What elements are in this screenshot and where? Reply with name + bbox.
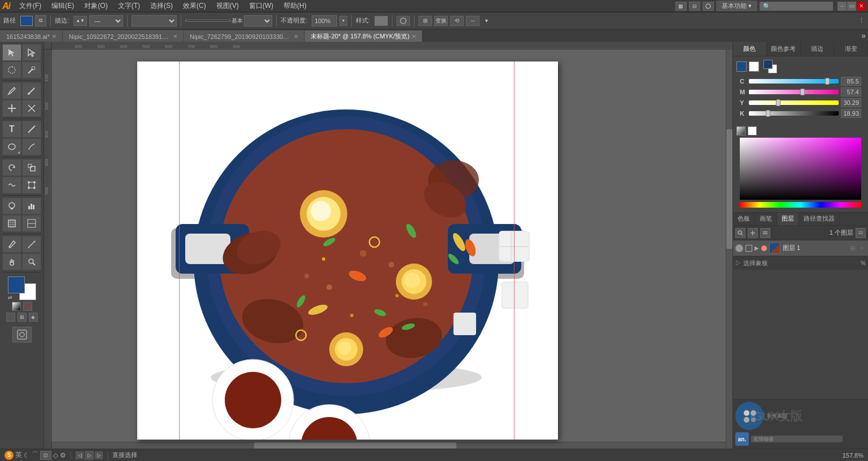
magic-wand-tool[interactable] <box>22 62 41 78</box>
lasso-tool[interactable] <box>2 62 21 78</box>
color-tab[interactable]: 颜色 <box>733 42 767 56</box>
grid-btn[interactable]: ⊞ <box>418 16 432 26</box>
layer-item-1[interactable]: ▶ 图层 1 ○ <box>733 240 868 256</box>
circle-btn[interactable] <box>396 16 410 26</box>
tab-close-4[interactable]: ✕ <box>412 33 416 39</box>
opacity-input[interactable] <box>312 15 337 27</box>
menu-text[interactable]: 文字(T) <box>114 0 145 12</box>
layer-add-icon[interactable] <box>748 228 758 238</box>
selection-tool[interactable] <box>2 44 21 61</box>
tab-4[interactable]: 未标题-20* @ 157.8% (CMYK/预览) ✕ <box>304 30 422 42</box>
stroke-indicator[interactable]: ⧉ <box>35 15 46 27</box>
transform-btn2[interactable]: ⟲ <box>450 16 464 26</box>
gradient-tab[interactable]: 渐变 <box>834 42 868 56</box>
status-artboard-icon[interactable]: ⊡ <box>40 451 51 460</box>
measure-tool[interactable] <box>22 236 41 253</box>
other-fill-icon[interactable]: ◈ <box>29 313 38 322</box>
gradient-fill-icon[interactable] <box>12 302 21 311</box>
layer-lock-icon[interactable] <box>745 245 752 252</box>
menu-window[interactable]: 窗口(W) <box>245 0 278 12</box>
menu-view[interactable]: 视图(V) <box>212 0 243 12</box>
tabs-overflow-arrow[interactable]: » <box>859 31 868 40</box>
color-guide-tab[interactable]: 颜色参考 <box>767 42 801 56</box>
color-gradient-picker[interactable] <box>740 138 861 200</box>
brushes-panel-tab[interactable]: 画笔 <box>755 213 777 225</box>
artboard-tool[interactable] <box>2 215 21 232</box>
menu-help[interactable]: 帮助(H) <box>279 0 311 12</box>
tab-close-1[interactable]: ✕ <box>52 33 56 39</box>
ellipse-tool[interactable] <box>2 138 21 155</box>
line-tool[interactable] <box>22 121 41 138</box>
k-slider-handle[interactable] <box>766 110 770 117</box>
tab-2[interactable]: Nipic_10922672_20200225183916183037.ai* … <box>63 30 184 42</box>
close-button[interactable]: ✕ <box>857 2 866 11</box>
layer-visible-right[interactable] <box>849 244 857 252</box>
layer-expand-arrow[interactable]: ▶ <box>754 245 759 251</box>
pathfinder-panel-tab[interactable]: 路径查找器 <box>799 213 840 225</box>
swatches-panel-tab[interactable]: 色板 <box>733 213 755 225</box>
y-slider-track[interactable] <box>749 100 839 105</box>
calligraphy-tool[interactable] <box>22 82 41 99</box>
direct-selection-tool[interactable] <box>22 44 41 61</box>
scrollbar-horizontal[interactable] <box>52 442 726 449</box>
transform-btn3[interactable]: ↔ <box>466 16 479 26</box>
layer-search-icon[interactable] <box>735 228 745 238</box>
live-paint-tool[interactable] <box>2 197 21 214</box>
transform-label[interactable]: 变换 <box>434 16 448 26</box>
stroke-dropdown[interactable]: — <box>89 15 123 27</box>
scroll-thumb-h[interactable] <box>254 442 456 449</box>
scroll-thumb-v[interactable] <box>726 129 732 249</box>
gradient-preview-bw[interactable] <box>736 126 745 135</box>
layer-menu-icon[interactable] <box>760 228 770 238</box>
color-swatch-large[interactable] <box>764 60 777 73</box>
m-slider-handle[interactable] <box>800 89 805 95</box>
free-transform-tool[interactable] <box>22 177 41 194</box>
stroke-style-dropdown[interactable] <box>244 15 272 27</box>
settings-icon[interactable] <box>703 2 714 11</box>
stroke-up-down[interactable]: ▲▼ <box>73 16 87 26</box>
pen-tool[interactable] <box>2 82 21 99</box>
text-tool[interactable]: T <box>2 121 21 138</box>
pattern-fill-icon[interactable]: ⊞ <box>18 313 27 322</box>
opacity-dropdown-btn[interactable]: ▾ <box>339 16 347 26</box>
c-slider-handle[interactable] <box>825 78 830 85</box>
foreground-color-indicator[interactable] <box>736 62 747 72</box>
layout-icon[interactable]: ⊟ <box>689 2 700 11</box>
menu-effect[interactable]: 效果(C) <box>178 0 211 12</box>
layer-edit-right[interactable]: ○ <box>858 244 866 252</box>
eyedropper-tool[interactable] <box>2 236 21 253</box>
swap-colors-icon[interactable]: ⇄ <box>8 295 12 300</box>
tab-3[interactable]: Nipic_7262799_20190920103330028031.ai* ✕ <box>184 30 304 42</box>
layer-options-icon[interactable] <box>856 228 866 238</box>
graph-tool[interactable] <box>22 197 41 214</box>
search-input[interactable] <box>760 2 833 11</box>
layers-panel-tab[interactable]: 图层 <box>777 213 799 225</box>
warp-tool[interactable] <box>2 177 21 194</box>
arrange-icon[interactable]: ▦ <box>675 2 687 11</box>
nav-play-btn[interactable]: ▷ <box>85 451 94 460</box>
layer-visibility-icon[interactable] <box>735 244 743 252</box>
scissors-tool[interactable] <box>22 100 41 117</box>
m-slider-track[interactable] <box>749 90 839 94</box>
scrollbar-vertical[interactable] <box>726 50 732 449</box>
fill-color-swatch[interactable] <box>20 16 33 26</box>
k-slider-track[interactable] <box>749 111 839 116</box>
add-anchor-tool[interactable] <box>2 100 21 117</box>
transform-more[interactable]: ▾ <box>482 16 491 26</box>
font-dropdown[interactable] <box>132 15 177 27</box>
hue-slider[interactable] <box>740 202 861 208</box>
c-slider-track[interactable] <box>749 79 839 84</box>
menu-edit[interactable]: 编辑(E) <box>47 0 78 12</box>
restore-button[interactable]: ▭ <box>847 2 856 11</box>
menu-file[interactable]: 文件(F) <box>15 0 46 12</box>
tab-close-3[interactable]: ✕ <box>294 33 298 39</box>
gradient-preview-white[interactable] <box>748 126 757 135</box>
rotate-tool[interactable] <box>2 159 21 176</box>
zoom-tool[interactable] <box>22 253 41 270</box>
slice-tool[interactable] <box>22 215 41 232</box>
workspace-button[interactable]: 基本功能 ▾ <box>716 1 757 11</box>
scale-tool[interactable] <box>22 159 41 176</box>
nav-prev-btn[interactable]: ◁ <box>76 451 84 459</box>
no-fill-icon[interactable] <box>23 302 32 311</box>
foreground-color-swatch[interactable] <box>8 276 25 293</box>
